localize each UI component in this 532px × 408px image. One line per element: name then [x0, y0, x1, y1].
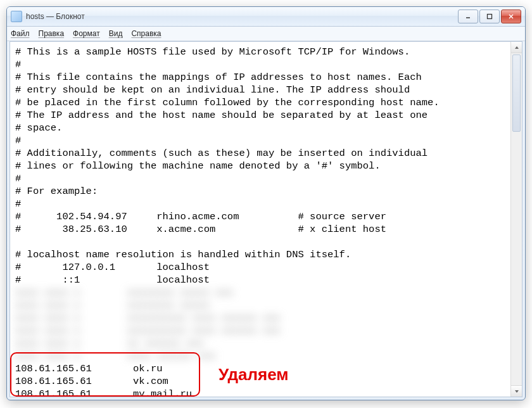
- hosts-malicious-line: 108.61.165.61 ok.ru: [15, 363, 163, 374]
- hosts-line: # entry should be kept on an individual …: [15, 84, 410, 96]
- hosts-line: # lines or following the machine name de…: [15, 160, 381, 172]
- titlebar[interactable]: hosts — Блокнот: [7, 7, 525, 27]
- hosts-line: #: [15, 135, 21, 146]
- window-title: hosts — Блокнот: [26, 12, 85, 21]
- hosts-line: # Additionally, comments (such as these)…: [15, 148, 428, 159]
- notepad-icon: [11, 11, 22, 22]
- hosts-line: # localhost name resolution is handled w…: [15, 249, 351, 260]
- scroll-thumb[interactable]: [512, 54, 521, 132]
- hosts-line: #: [15, 173, 21, 184]
- hosts-blurred-lines: xxxx xxxx x xxxxxxxx xxxxx xxx xxxx xxxx…: [15, 287, 281, 362]
- hosts-line: # 127.0.0.1 localhost: [15, 262, 210, 273]
- close-button[interactable]: [501, 10, 521, 23]
- svg-rect-1: [488, 15, 492, 19]
- menu-view[interactable]: Вид: [109, 29, 123, 38]
- menu-format[interactable]: Формат: [73, 29, 100, 38]
- hosts-line: # This file contains the mappings of IP …: [15, 72, 422, 83]
- hosts-line: # This is a sample HOSTS file used by Mi…: [15, 46, 410, 58]
- hosts-malicious-line: 108.61.165.61 vk.com: [15, 376, 168, 387]
- hosts-line: # 38.25.63.10 x.acme.com # x client host: [15, 224, 386, 235]
- menubar: Файл Правка Формат Вид Справка: [7, 27, 525, 41]
- hosts-line: # For example:: [15, 186, 98, 197]
- hosts-line: # The IP address and the host name shoul…: [15, 110, 428, 121]
- hosts-line: # space.: [15, 122, 62, 134]
- svg-marker-5: [515, 390, 519, 393]
- hosts-malicious-line: 108.61.165.61 my.mail.ru: [15, 388, 192, 397]
- client-area: # This is a sample HOSTS file used by Mi…: [10, 41, 522, 397]
- minimize-button[interactable]: [458, 10, 478, 23]
- scroll-down-button[interactable]: [511, 385, 522, 397]
- svg-marker-4: [515, 46, 519, 49]
- hosts-line: # ::1 localhost: [15, 274, 210, 286]
- menu-edit[interactable]: Правка: [39, 29, 65, 38]
- vertical-scrollbar[interactable]: [510, 42, 522, 397]
- maximize-button[interactable]: [479, 10, 500, 23]
- hosts-line: #: [15, 198, 21, 210]
- menu-file[interactable]: Файл: [11, 29, 30, 38]
- text-editor[interactable]: # This is a sample HOSTS file used by Mi…: [10, 42, 510, 397]
- hosts-line: # be placed in the first column followed…: [15, 97, 440, 108]
- scroll-up-button[interactable]: [511, 42, 522, 53]
- hosts-line: # 102.54.94.97 rhino.acme.com # source s…: [15, 211, 386, 222]
- notepad-window: hosts — Блокнот Файл Правка Формат Вид С…: [6, 6, 526, 400]
- annotation-label: Удаляем: [218, 365, 289, 385]
- menu-help[interactable]: Справка: [131, 29, 161, 38]
- hosts-line: #: [15, 59, 21, 70]
